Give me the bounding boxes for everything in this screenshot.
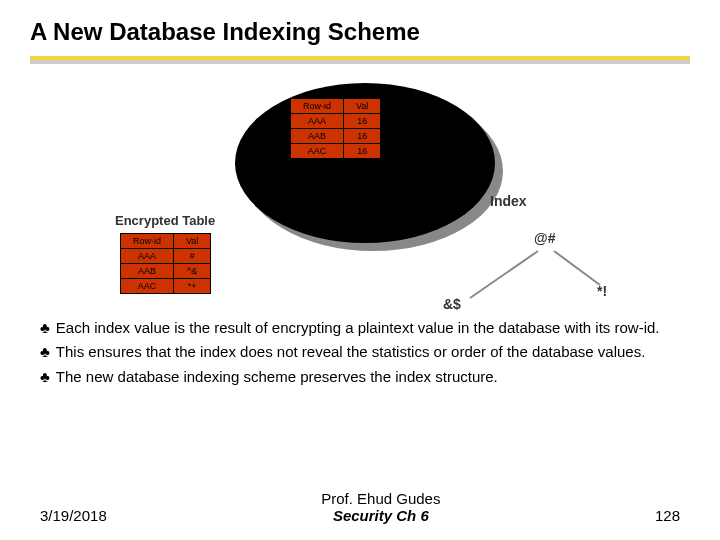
- table-row: AAC *+: [121, 279, 211, 294]
- table-row: AAB ^&: [121, 264, 211, 279]
- diagram-area: Row-id Val AAA 16 AAB 16 AAC 16 Encrypte…: [30, 78, 690, 318]
- table-row: AAB 16: [291, 129, 381, 144]
- footer-page-number: 128: [655, 507, 680, 524]
- bullet-item: ♣ Each index value is the result of encr…: [40, 318, 680, 338]
- tree-node-left: &$: [443, 296, 461, 312]
- title-underline: [30, 56, 690, 70]
- club-icon: ♣: [40, 318, 50, 338]
- footer-center: Prof. Ehud Gudes Security Ch 6: [321, 490, 440, 524]
- index-label: Index: [490, 193, 527, 209]
- slide-title: A New Database Indexing Scheme: [0, 0, 720, 56]
- slide-footer: 3/19/2018 Prof. Ehud Gudes Security Ch 6…: [0, 490, 720, 524]
- tree-node-right: *!: [597, 283, 607, 299]
- footer-prof: Prof. Ehud Gudes: [321, 490, 440, 507]
- bullet-text: This ensures that the index does not rev…: [56, 342, 680, 362]
- svg-line-0: [470, 251, 538, 298]
- encrypted-table: Row-id Val AAA # AAB ^& AAC *+: [120, 233, 211, 294]
- encrypted-table-label: Encrypted Table: [115, 213, 215, 228]
- club-icon: ♣: [40, 367, 50, 387]
- pt-header-val: Val: [344, 99, 381, 114]
- footer-course: Security Ch 6: [321, 507, 440, 524]
- enc-header-rowid: Row-id: [121, 234, 174, 249]
- bullet-item: ♣ The new database indexing scheme prese…: [40, 367, 680, 387]
- table-row: AAC 16: [291, 144, 381, 159]
- bullet-text: Each index value is the result of encryp…: [56, 318, 680, 338]
- enc-header-val: Val: [174, 234, 211, 249]
- bullet-list: ♣ Each index value is the result of encr…: [40, 318, 680, 387]
- svg-line-1: [554, 251, 600, 285]
- footer-date: 3/19/2018: [40, 507, 107, 524]
- club-icon: ♣: [40, 342, 50, 362]
- plaintext-table: Row-id Val AAA 16 AAB 16 AAC 16: [290, 98, 381, 159]
- pt-header-rowid: Row-id: [291, 99, 344, 114]
- bullet-item: ♣ This ensures that the index does not r…: [40, 342, 680, 362]
- bullet-text: The new database indexing scheme preserv…: [56, 367, 680, 387]
- table-row: AAA #: [121, 249, 211, 264]
- tree-node-root: @#: [534, 230, 555, 246]
- table-row: AAA 16: [291, 114, 381, 129]
